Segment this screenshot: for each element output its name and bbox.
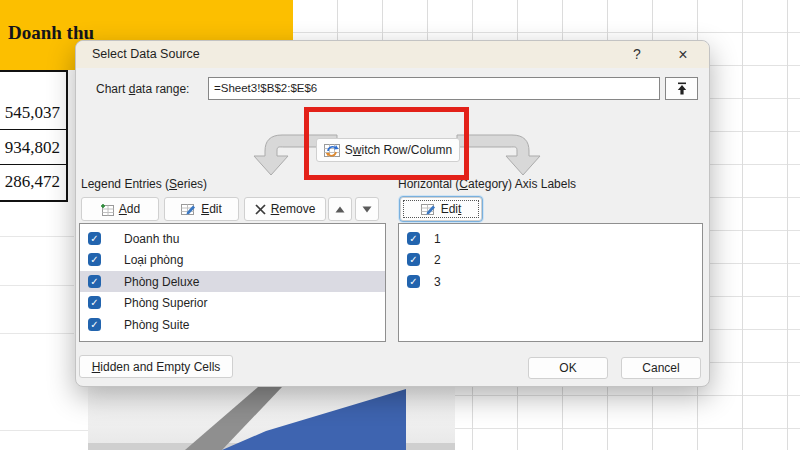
arrow-up-icon [335, 206, 345, 213]
legend-entries-label: Legend Entries (Series) [81, 177, 207, 191]
series-row-doanh-thu[interactable]: Doanh thu [80, 228, 385, 249]
axis-label-row-2[interactable]: 2 [399, 249, 702, 270]
pyramid-chart-fragment [88, 385, 455, 450]
checkbox-checked-icon[interactable] [88, 296, 101, 309]
dialog-title: Select Data Source [92, 47, 200, 61]
series-label: Doanh thu [124, 232, 179, 246]
add-series-button[interactable]: Add [81, 197, 159, 221]
arrow-down-right-icon [456, 129, 556, 177]
select-data-source-dialog: Select Data Source ? × Chart data range:… [75, 40, 710, 387]
remove-x-icon [255, 204, 266, 215]
edit-axis-labels-button[interactable]: Edit [400, 197, 482, 221]
red-highlight-annotation [304, 107, 469, 180]
checkbox-checked-icon[interactable] [407, 275, 420, 288]
series-label: Phòng Suite [124, 318, 189, 332]
add-button-label: Add [119, 202, 140, 216]
sheet-gridline [0, 430, 88, 431]
axis-label-value: 2 [434, 253, 441, 267]
table-gridline [0, 164, 66, 165]
chart-data-range-label: Chart data range: [96, 82, 189, 96]
series-row-phong-deluxe-selected[interactable]: Phòng Deluxe [80, 271, 385, 292]
collapse-dialog-button[interactable] [665, 77, 698, 100]
series-row-phong-suite[interactable]: Phòng Suite [80, 314, 385, 335]
axis-label-value: 3 [434, 275, 441, 289]
move-series-down-button[interactable] [355, 197, 379, 221]
checkbox-checked-icon[interactable] [88, 318, 101, 331]
arrow-down-icon [362, 206, 372, 213]
remove-series-button[interactable]: Remove [244, 197, 326, 221]
move-series-up-button[interactable] [328, 197, 352, 221]
axis-labels-list[interactable]: 1 2 3 [398, 223, 703, 342]
sheet-gridline [0, 285, 74, 286]
cancel-button[interactable]: Cancel [621, 357, 701, 379]
edit-series-button[interactable]: Edit [164, 197, 239, 221]
sheet-gridline [0, 236, 74, 237]
edit-button-label: Edit [201, 202, 222, 216]
add-table-icon [100, 202, 114, 216]
series-label: Loại phòng [124, 253, 183, 267]
series-label: Phòng Deluxe [124, 275, 199, 289]
axis-label-value: 1 [434, 232, 441, 246]
checkbox-checked-icon[interactable] [88, 232, 101, 245]
close-icon[interactable]: × [672, 44, 694, 65]
remove-button-label: Remove [271, 202, 316, 216]
checkbox-checked-icon[interactable] [88, 275, 101, 288]
hidden-cells-label: Hidden and Empty Cells [92, 360, 221, 374]
ok-button[interactable]: OK [528, 357, 608, 379]
screenshot-root: { "background": { "header_text": "Doanh … [0, 0, 800, 450]
axis-label-row-1[interactable]: 1 [399, 228, 702, 249]
edit-table-icon [181, 203, 196, 216]
checkbox-checked-icon[interactable] [407, 232, 420, 245]
series-label: Phòng Superior [124, 296, 207, 310]
table-gridline [0, 129, 66, 130]
sheet-cell-value: 545,037 [5, 103, 60, 123]
hidden-and-empty-cells-button[interactable]: Hidden and Empty Cells [79, 355, 233, 378]
axis-edit-button-label: Edit [441, 202, 462, 216]
sheet-cell-value: 934,802 [5, 138, 60, 158]
help-icon[interactable]: ? [626, 44, 648, 65]
legend-series-list[interactable]: Doanh thu Loại phòng Phòng Deluxe Phòng … [79, 223, 386, 342]
checkbox-checked-icon[interactable] [88, 253, 101, 266]
chart-data-range-input[interactable]: =Sheet3!$B$2:$E$6 [208, 77, 660, 100]
checkbox-checked-icon[interactable] [407, 253, 420, 266]
range-select-arrow-icon [676, 82, 688, 95]
edit-table-icon [421, 203, 436, 216]
series-row-phong-superior[interactable]: Phòng Superior [80, 292, 385, 313]
axis-label-row-3[interactable]: 3 [399, 271, 702, 292]
sheet-gridline [0, 333, 74, 334]
series-row-loai-phong[interactable]: Loại phòng [80, 249, 385, 270]
sheet-cell-value: 286,472 [5, 172, 60, 192]
